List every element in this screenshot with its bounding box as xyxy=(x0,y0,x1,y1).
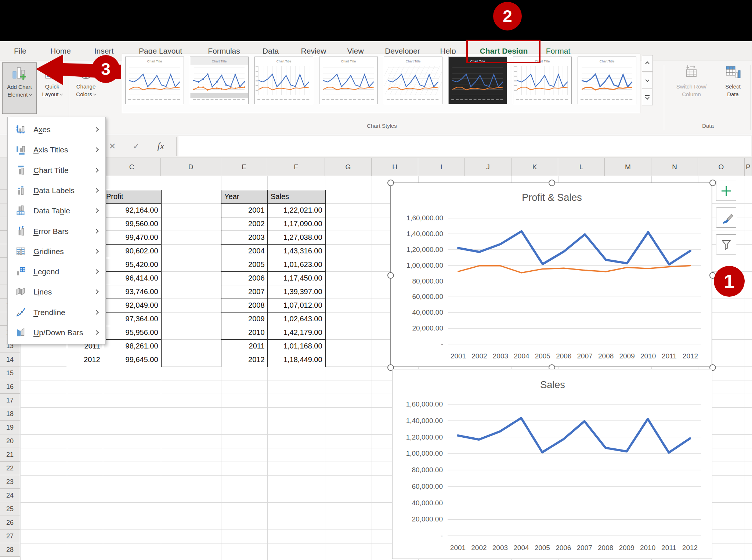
menu-item-lines[interactable]: Lines xyxy=(8,282,105,302)
menu-item-gridlines[interactable]: Gridlines xyxy=(8,241,105,261)
insert-function-icon[interactable]: fx xyxy=(158,141,164,151)
row-header-23[interactable]: 23 xyxy=(0,475,20,489)
profit-table-value-cell[interactable]: 95,956.00 xyxy=(103,326,162,340)
cancel-icon[interactable]: ✕ xyxy=(104,135,121,157)
column-header-F[interactable]: F xyxy=(267,158,325,176)
profit-table-value-cell[interactable]: 93,746.00 xyxy=(103,285,162,299)
menu-item-up-down-bars[interactable]: Up/Down Bars xyxy=(8,322,105,343)
chart-title[interactable]: Profit & Sales xyxy=(522,192,582,203)
chart-styles-button[interactable] xyxy=(716,207,736,228)
menu-item-error-bars[interactable]: Error Bars xyxy=(8,221,105,241)
sales-table-value-cell[interactable]: 1,27,038.00 xyxy=(267,231,326,245)
menu-item-chart-title[interactable]: Chart Title xyxy=(8,160,105,180)
profit-table-value-cell[interactable]: 99,645.00 xyxy=(103,353,162,367)
select-data-button[interactable]: Select Data xyxy=(717,62,749,114)
profit-table-value-cell[interactable]: 99,560.00 xyxy=(103,217,162,231)
sales-table-year-cell[interactable]: 2006 xyxy=(221,271,268,286)
row-header-21[interactable]: 21 xyxy=(0,448,20,462)
chart-style-tile-1[interactable]: Chart Title xyxy=(125,57,184,104)
row-header-20[interactable]: 20 xyxy=(0,434,20,448)
quick-layout-button[interactable]: Quick Layout xyxy=(37,62,67,114)
series-sales[interactable] xyxy=(458,231,690,264)
row-header-22[interactable]: 22 xyxy=(0,462,20,475)
column-header-G[interactable]: G xyxy=(325,158,372,176)
gallery-scroll-up-button[interactable] xyxy=(642,55,653,72)
sales-table-year-cell[interactable]: 2012 xyxy=(221,353,268,367)
row-header-24[interactable]: 24 xyxy=(0,489,20,502)
sales-table-value-cell[interactable]: 1,17,450.00 xyxy=(267,271,326,286)
column-header-C[interactable]: C xyxy=(103,158,161,176)
row-header-15[interactable]: 15 xyxy=(0,366,20,380)
column-header-L[interactable]: L xyxy=(558,158,605,176)
column-header-P[interactable]: P xyxy=(745,158,752,176)
add-chart-element-button[interactable]: Add Chart Element xyxy=(2,62,37,114)
change-colors-button[interactable]: Change Colors xyxy=(70,62,101,114)
column-header-D[interactable]: D xyxy=(161,158,221,176)
sales-table-value-header[interactable]: Sales xyxy=(267,190,326,204)
row-header-19[interactable]: 19 xyxy=(0,421,20,434)
sales-table-year-cell[interactable]: 2001 xyxy=(221,203,268,218)
row-header-16[interactable]: 16 xyxy=(0,380,20,394)
sales-table-value-cell[interactable]: 1,43,316.00 xyxy=(267,244,326,259)
profit-table-value-cell[interactable]: 92,049.00 xyxy=(103,299,162,313)
tab-insert[interactable]: Insert xyxy=(94,41,114,61)
selection-handle[interactable] xyxy=(549,180,555,186)
column-header-N[interactable]: N xyxy=(651,158,698,176)
sales-table-value-cell[interactable]: 1,02,643.00 xyxy=(267,312,326,326)
menu-item-axis-titles[interactable]: Axis Titles xyxy=(8,140,105,160)
selection-handle[interactable] xyxy=(387,272,394,279)
sales-table-value-cell[interactable]: 1,01,168.00 xyxy=(267,339,326,354)
series-sales[interactable] xyxy=(458,418,690,452)
row-header-18[interactable]: 18 xyxy=(0,407,20,421)
column-header-H[interactable]: H xyxy=(372,158,418,176)
column-header-K[interactable]: K xyxy=(511,158,558,176)
row-header-25[interactable]: 25 xyxy=(0,502,20,516)
gallery-more-button[interactable] xyxy=(642,89,653,105)
row-header-14[interactable]: 14 xyxy=(0,353,20,366)
profit-table-value-cell[interactable]: 98,261.00 xyxy=(103,339,162,354)
menu-item-axes[interactable]: Axes xyxy=(8,119,105,140)
chart-elements-button[interactable] xyxy=(716,181,736,201)
sales-table-year-cell[interactable]: 2003 xyxy=(221,231,268,245)
chart-sales[interactable]: Sales1,60,000.001,40,000.001,20,000.001,… xyxy=(392,369,712,559)
sales-table-year-cell[interactable]: 2010 xyxy=(221,326,268,340)
row-header-27[interactable]: 27 xyxy=(0,530,20,543)
series-profit[interactable] xyxy=(458,265,690,272)
profit-table-value-cell[interactable]: 95,420.00 xyxy=(103,258,162,272)
profit-table-value-cell[interactable]: 92,164.00 xyxy=(103,203,162,218)
tab-file[interactable]: File xyxy=(14,41,26,61)
chart-style-tile-4[interactable]: Chart Title xyxy=(319,57,378,104)
menu-item-data-table[interactable]: Data Table xyxy=(8,200,105,221)
chart-style-tile-7[interactable]: Chart Title xyxy=(513,57,572,104)
column-header-O[interactable]: O xyxy=(698,158,745,176)
chart-filters-button[interactable] xyxy=(716,234,736,254)
sales-table-year-cell[interactable]: 2008 xyxy=(221,299,268,313)
sales-table-value-cell[interactable]: 1,17,090.00 xyxy=(267,217,326,231)
row-header-17[interactable]: 17 xyxy=(0,394,20,407)
chart-style-tile-3[interactable]: Chart Title xyxy=(254,57,313,104)
sales-table-year-cell[interactable]: 2011 xyxy=(221,339,268,354)
menu-item-trendline[interactable]: Trendline xyxy=(8,302,105,322)
menu-item-legend[interactable]: Legend xyxy=(8,261,105,282)
tab-home[interactable]: Home xyxy=(50,41,71,61)
profit-table-value-cell[interactable]: 99,470.00 xyxy=(103,231,162,245)
column-header-I[interactable]: I xyxy=(418,158,465,176)
selection-handle[interactable] xyxy=(709,180,716,186)
chart-title[interactable]: Sales xyxy=(540,379,565,390)
profit-table-value-cell[interactable]: 90,602.00 xyxy=(103,244,162,259)
sales-table-value-cell[interactable]: 1,22,021.00 xyxy=(267,203,326,218)
sales-table-year-cell[interactable]: 2002 xyxy=(221,217,268,231)
enter-icon[interactable]: ✓ xyxy=(128,135,145,157)
menu-item-data-labels[interactable]: Data Labels xyxy=(8,180,105,200)
sales-table-value-cell[interactable]: 1,42,179.00 xyxy=(267,326,326,340)
profit-table-year-cell[interactable]: 2012 xyxy=(67,353,104,367)
sales-table-value-cell[interactable]: 1,18,449.00 xyxy=(267,353,326,367)
sales-table-value-cell[interactable]: 1,39,397.00 xyxy=(267,285,326,299)
chart-style-tile-5[interactable]: Chart Title xyxy=(384,57,442,104)
sales-table-year-cell[interactable]: 2004 xyxy=(221,244,268,259)
formula-input[interactable] xyxy=(178,136,751,156)
chart-style-tile-6[interactable]: Chart Title xyxy=(448,57,507,104)
gallery-scroll-down-button[interactable] xyxy=(642,72,653,88)
profit-table-value-cell[interactable]: 96,414.00 xyxy=(103,271,162,286)
column-header-J[interactable]: J xyxy=(465,158,511,176)
